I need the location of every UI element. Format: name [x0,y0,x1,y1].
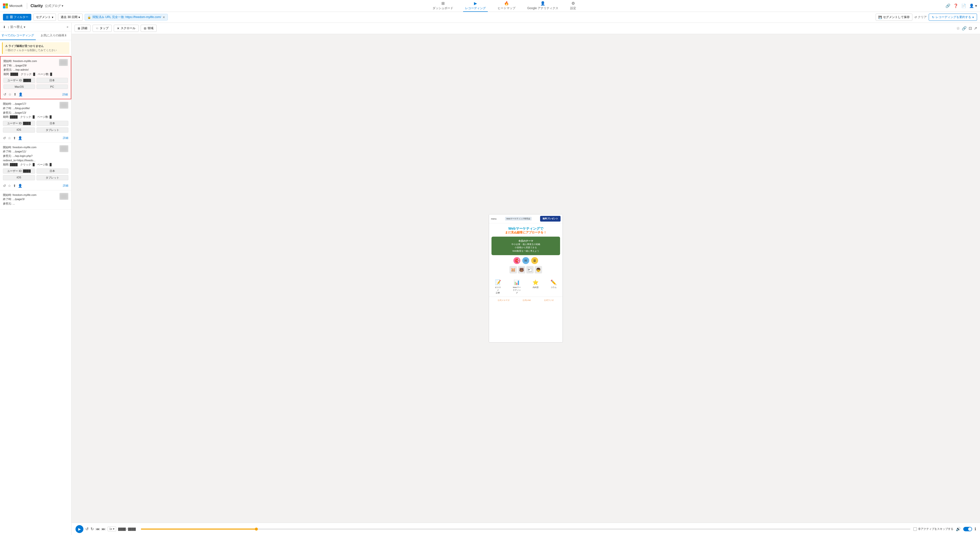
user-icon[interactable]: 👤 [18,184,22,188]
footer-link-radio[interactable]: 公式ラジオ [544,299,554,302]
recording-meta2: MacOS PC [3,85,68,89]
segment-button[interactable]: セグメント ▾ [33,14,56,21]
preview-green-box: 今日のテーマ 中小企業・個人事業主の戦略 小規模から実践できる Web集客を一緒… [492,236,560,256]
download-button[interactable]: ⬇ [3,25,6,29]
star-icon[interactable]: ☆ [8,136,11,140]
nav-tab-analytics[interactable]: 👤 Google アナリティクス [525,0,560,12]
preview-menu: menu [491,217,497,220]
profile-icon[interactable]: 👤 ▾ [969,3,977,8]
share-icon[interactable]: ⬆ [13,136,16,140]
sort-button[interactable]: ↕ 並べ替え ▾ [8,25,25,29]
play-button[interactable]: ▶ [75,525,83,533]
view-detail-button[interactable]: ⊞ 詳細 [75,25,91,32]
recording-item[interactable]: 開始時: freedom-mylife.com 終了時: .../page/3/… [0,190,71,210]
hero-blue-title: Webマーケティングで [492,226,560,231]
skip-inactive-checkbox[interactable] [913,527,917,531]
recording-thumbnail [59,145,68,152]
detail-link[interactable]: 詳細 [63,184,68,187]
star-icon[interactable]: ☆ [8,93,11,96]
area-icon: ⊟ [144,27,146,30]
mascot-1: 🐹 [509,266,517,273]
progress-bar[interactable] [141,529,910,530]
nav-tab-recording[interactable]: ▶︎ レコーディング [463,0,488,12]
recording-ref: 参照元: .../wp-admin/ [3,68,52,72]
docs-icon[interactable]: 📄 [961,3,966,8]
progress-thumb [255,528,258,530]
expand-icon[interactable]: ⊡ [969,26,972,30]
link-icon[interactable]: 🔗 [962,26,967,30]
preview-area: menu Webマーケティング研究会 無料プレゼント Webマーケティングで ま… [72,34,980,523]
preview-categories: 📝 オススメ記事 📊 Webマーケティング ⭐ 内向型 ✏️ コラム [489,279,563,294]
bookmark-icon[interactable]: ☆ [956,26,960,30]
skip-back-button[interactable]: ↺ [85,527,89,531]
footer-link-magazine[interactable]: 公式メルマガ [498,299,509,302]
nav-tab-dashboard[interactable]: ⊞ ダッシュボード [431,0,455,12]
url-filter-icon: 🔒 [88,16,91,19]
share-icon[interactable]: 🔗 [945,3,950,8]
recording-item[interactable]: 開始時: .../page/17/ 終了時: .../blog-profile/… [0,99,71,142]
clear-button[interactable]: ↺ クリア [914,15,927,19]
filter-bar-right: 💾 セグメントして保存 ↺ クリア ↻ レコーディングを要約する ▾ [876,14,977,21]
recordings-list: 開始時: freedom-mylife.com 終了時: .../page/29… [0,56,71,535]
filter-bar: ☰ ☰ フィルター セグメント ▾ 過去 30 日間 ▾ 🔒 閲覧済み URL … [0,12,980,23]
recording-item-header: 開始時: freedom-mylife.com 終了時: .../page/29… [3,59,68,76]
info-icon[interactable]: ℹ [975,527,976,531]
volume-icon[interactable]: 🔊 [956,527,961,531]
alert-subtitle: 一部のフィルターを削除してみてください [5,48,67,52]
url-tag-close[interactable]: ✕ [162,16,165,19]
user-icon[interactable]: 👤 [19,93,23,96]
recording-period: 期間: ████ クリック: █ ページ数: █ [3,115,52,119]
preview-cta-button[interactable]: 無料プレゼント [540,216,560,222]
alert-icon: ⚠ [5,45,8,48]
nav-tab-heatmap[interactable]: 🔥 ヒートマップ [496,0,517,12]
record-summary-button[interactable]: ↻ レコーディングを要約する ▾ [929,14,977,21]
recording-actions: ↺ ☆ ⬆ 👤 詳細 [3,91,68,96]
recording-item[interactable]: 開始時: freedom-mylife.com 終了時: .../page/11… [0,143,71,190]
nav-blog-link[interactable]: 公式ブログ ▾ [45,4,64,8]
recording-ref: 参照元: ... [3,201,37,206]
replay-icon[interactable]: ↺ [3,93,6,96]
recording-end: 終了時: .../page/3/ [3,197,37,201]
days-filter-button[interactable]: 過去 30 日間 ▾ [58,14,83,21]
detail-link[interactable]: 詳細 [62,93,68,96]
scroll-icon: ✕ [117,27,119,30]
skip-inactive: 非アクティブをスキップする [913,527,953,531]
audio-toggle[interactable] [963,527,972,531]
view-area-button[interactable]: ⊟ 領域 [141,25,157,32]
tap-icon: ☜ [96,27,99,30]
view-scroll-button[interactable]: ✕ スクロール [114,25,138,32]
sort-icon: ↕ [8,25,10,29]
tab-favorites[interactable]: お気に入りの録画 ℹ [36,31,72,40]
filter-button[interactable]: ☰ ☰ フィルター [3,14,31,21]
skip-fwd-button[interactable]: ↻ [91,527,94,531]
player-controls: ▶ ↺ ↻ ⏮ ⏭ 1x ▾ ████ [75,525,138,533]
footer-link-line[interactable]: 公式LINE [523,299,531,302]
next-button[interactable]: ⏭ [102,527,106,531]
replay-icon[interactable]: ↺ [3,184,6,188]
svg-rect-2 [3,6,5,8]
category-column: ✏️ コラム [550,279,557,294]
collapse-button[interactable]: « [67,25,68,29]
view-tap-button[interactable]: ☜ タップ [92,25,112,32]
speed-button[interactable]: 1x ▾ [108,527,116,531]
left-panel: ⬇ ↕ 並べ替え ▾ « すべてのレコーディング お気に入りの録画 ℹ ⚠ ライ… [0,23,72,535]
recording-meta2: iOS タブレット [3,175,68,180]
share-icon[interactable]: ⬆ [14,93,16,96]
share-icon[interactable]: ⬆ [13,184,16,188]
star-icon[interactable]: ☆ [8,184,11,188]
recording-item[interactable]: 開始時: freedom-mylife.com 終了時: .../page/29… [0,56,71,99]
save-segment-button[interactable]: 💾 セグメントして保存 [876,14,912,21]
recording-period: 期間: ████ クリック: █ ページ数: █ [3,163,59,167]
prev-button[interactable]: ⏮ [96,527,100,531]
share-icon[interactable]: ↗ [974,26,977,30]
replay-icon[interactable]: ↺ [3,136,6,140]
recording-meta: ユーザー ID: ████ 日本 [3,168,68,174]
recording-start: 開始時: freedom-mylife.com [3,59,52,64]
user-icon[interactable]: 👤 [18,136,22,140]
category-webmarketing: 📊 Webマーケティング [513,279,521,294]
detail-link[interactable]: 詳細 [63,136,68,140]
tab-all-recordings[interactable]: すべてのレコーディング [0,31,36,40]
help-icon[interactable]: ❓ [953,3,958,8]
nav-tab-settings[interactable]: ⚙ 設定 [568,0,578,12]
recording-info: 開始時: freedom-mylife.com 終了時: .../page/3/… [3,193,37,206]
